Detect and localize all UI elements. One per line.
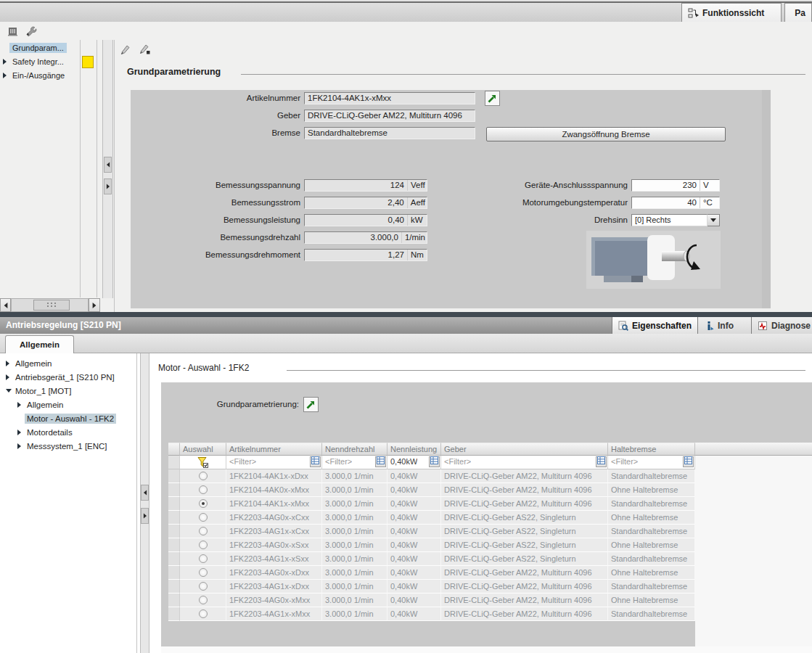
expand-right-button[interactable]: [104, 178, 112, 194]
drehsinn-dropdown-button[interactable]: [708, 214, 720, 226]
table-row[interactable]: 1FK2104-4AK1x-xMxx3.000,0 1/min0,40kWDRI…: [168, 497, 695, 511]
filter-list-button[interactable]: [683, 456, 694, 467]
table-row[interactable]: 1FK2203-4AG1x-xCxx3.000,0 1/min0,40kWDRI…: [168, 525, 695, 538]
column-header-nenndrehzahl[interactable]: Nenndrehzahl: [322, 443, 387, 456]
filter-list-button[interactable]: [596, 456, 607, 467]
tab-diagnose[interactable]: Diagnose: [751, 317, 812, 334]
filter-funnel-cell[interactable]: [180, 456, 226, 469]
motor-select-radio[interactable]: [199, 527, 208, 535]
cell-auswahl[interactable]: [180, 594, 226, 607]
column-header-geber[interactable]: Geber: [441, 443, 608, 456]
function-nav-item[interactable]: Ein-/Ausgänge: [0, 68, 80, 82]
inspector-tree-item[interactable]: Motor_1 [MOT]: [0, 384, 136, 398]
tree-arrow-icon[interactable]: [17, 402, 25, 408]
pane-divider[interactable]: [0, 312, 812, 317]
table-row[interactable]: 1FK2203-4AG1x-xDxx3.000,0 1/min0,40kWDRI…: [168, 580, 695, 594]
function-nav-splitter[interactable]: [102, 40, 113, 298]
cell-auswahl[interactable]: [180, 497, 226, 511]
tree-arrow-icon[interactable]: [17, 443, 25, 449]
function-nav-item[interactable]: Safety Integr...: [0, 54, 80, 68]
cell-auswahl[interactable]: [180, 525, 226, 538]
cell-auswahl[interactable]: [180, 566, 226, 580]
inspector-tree-item[interactable]: Allgemein: [0, 398, 136, 411]
motor-select-radio[interactable]: [199, 472, 208, 480]
filter-list-button[interactable]: [375, 456, 386, 467]
motor-select-radio[interactable]: [199, 499, 208, 508]
tab-allgemein[interactable]: Allgemein: [5, 335, 74, 353]
function-nav-item[interactable]: Grundparam...: [0, 41, 80, 54]
field-value-box[interactable]: Standardhaltebremse: [304, 127, 475, 139]
table-row[interactable]: 1FK2104-4AK0x-xMxx3.000,0 1/min0,40kWDRI…: [168, 483, 695, 497]
cell-auswahl[interactable]: [180, 580, 226, 594]
tree-arrow-icon[interactable]: [6, 361, 13, 366]
table-row[interactable]: 1FK2203-4AG0x-xDxx3.000,0 1/min0,40kWDRI…: [168, 566, 695, 580]
rated-value-value-box[interactable]: 2,40Aeff: [304, 197, 427, 209]
motor-select-radio[interactable]: [199, 554, 208, 563]
table-row[interactable]: 1FK2203-4AG0x-xSxx3.000,0 1/min0,40kWDRI…: [168, 538, 695, 552]
scroll-right-button[interactable]: [89, 298, 100, 312]
motor-select-radio[interactable]: [199, 582, 208, 591]
column-header-nennleistung[interactable]: Nennleistung: [387, 443, 441, 456]
filter-haltebremse[interactable]: <Filter>: [608, 456, 695, 469]
device-rack-icon[interactable]: [6, 25, 19, 38]
cell-auswahl[interactable]: [180, 552, 226, 566]
motor-select-radio[interactable]: [199, 609, 208, 618]
cell-auswahl[interactable]: [180, 483, 226, 497]
rated-value-value-box[interactable]: 0,40kW: [304, 214, 427, 226]
tab-info[interactable]: Info: [697, 317, 751, 334]
wrench-icon[interactable]: [25, 25, 38, 38]
motor-select-radio[interactable]: [199, 485, 208, 494]
motor-select-radio[interactable]: [199, 541, 208, 549]
tree-arrow-icon[interactable]: [6, 389, 13, 393]
setting-value-value-box[interactable]: 230V: [631, 179, 720, 192]
tab-funktionssicht[interactable]: Funktionssicht: [681, 3, 782, 22]
inspector-tree-item[interactable]: Antriebsgerät_1 [S210 PN]: [0, 370, 136, 384]
inspector-splitter[interactable]: [140, 353, 149, 653]
filter-nenndrehzahl[interactable]: <Filter>: [322, 456, 387, 469]
inspector-tree-item[interactable]: Motor - Auswahl - 1FK2: [0, 411, 136, 425]
field-value-box[interactable]: 1FK2104-4AK1x-xMxx: [304, 92, 475, 104]
expand-arrow-icon[interactable]: [3, 71, 9, 80]
collapse-tree-button[interactable]: [141, 485, 149, 501]
column-header-auswahl[interactable]: Auswahl: [180, 443, 226, 456]
table-row[interactable]: 1FK2203-4AG1x-xSxx3.000,0 1/min0,40kWDRI…: [168, 552, 695, 566]
filter-nennleistung[interactable]: 0,40kW: [387, 456, 441, 469]
inspector-tree-item[interactable]: Allgemein: [0, 356, 136, 370]
filter-geber[interactable]: <Filter>: [441, 456, 608, 469]
cell-auswahl[interactable]: [180, 511, 226, 525]
scrollbar-track[interactable]: [11, 298, 89, 312]
expand-arrow-icon[interactable]: [3, 57, 9, 66]
rated-value-value-box[interactable]: 1,27Nm: [304, 249, 427, 261]
table-row[interactable]: 1FK2203-4AG0x-xCxx3.000,0 1/min0,40kWDRI…: [168, 511, 695, 525]
rated-value-value-box[interactable]: 3.000,01/min: [304, 231, 427, 244]
inspector-tree-item[interactable]: Motordetails: [0, 425, 136, 439]
scroll-left-button[interactable]: [0, 298, 11, 312]
edit-pencil-square-icon[interactable]: [138, 42, 151, 55]
drehsinn-dropdown[interactable]: [0] Rechts: [631, 214, 720, 226]
tree-arrow-icon[interactable]: [17, 430, 25, 435]
edit-pencil-icon[interactable]: [118, 42, 131, 55]
collapse-left-button[interactable]: [104, 157, 112, 173]
filter-artikelnummer[interactable]: <Filter>: [226, 456, 322, 469]
table-row[interactable]: 1FK2104-4AK1x-xDxx3.000,0 1/min0,40kWDRI…: [168, 469, 695, 483]
column-header-haltebremse[interactable]: Haltebremse: [608, 443, 695, 456]
tab-parametersicht[interactable]: Pa: [784, 3, 812, 22]
expand-tree-button[interactable]: [141, 508, 149, 524]
motor-select-radio[interactable]: [199, 513, 208, 522]
jump-to-grundparametrierung-button[interactable]: [303, 397, 319, 412]
scrollbar-thumb[interactable]: [33, 300, 70, 311]
motor-select-radio[interactable]: [199, 568, 208, 577]
brake-force-open-button[interactable]: Zwangsöffnung Bremse: [486, 127, 726, 141]
cell-auswahl[interactable]: [180, 538, 226, 552]
jump-to-parameter-button[interactable]: [485, 91, 500, 106]
filter-list-button[interactable]: [310, 456, 321, 467]
setting-value-value-box[interactable]: 40°C: [631, 197, 720, 209]
cell-auswahl[interactable]: [180, 469, 226, 483]
cell-auswahl[interactable]: [180, 607, 226, 621]
inspector-tree-item[interactable]: Messsystem_1 [ENC]: [0, 439, 136, 453]
motor-select-radio[interactable]: [199, 596, 208, 604]
table-row[interactable]: 1FK2203-4AG1x-xMxx3.000,0 1/min0,40kWDRI…: [168, 607, 695, 621]
rated-value-value-box[interactable]: 124Veff: [304, 179, 427, 192]
field-value-box[interactable]: DRIVE-CLiQ-Geber AM22, Multiturn 4096: [304, 110, 475, 122]
tree-arrow-icon[interactable]: [6, 374, 13, 380]
